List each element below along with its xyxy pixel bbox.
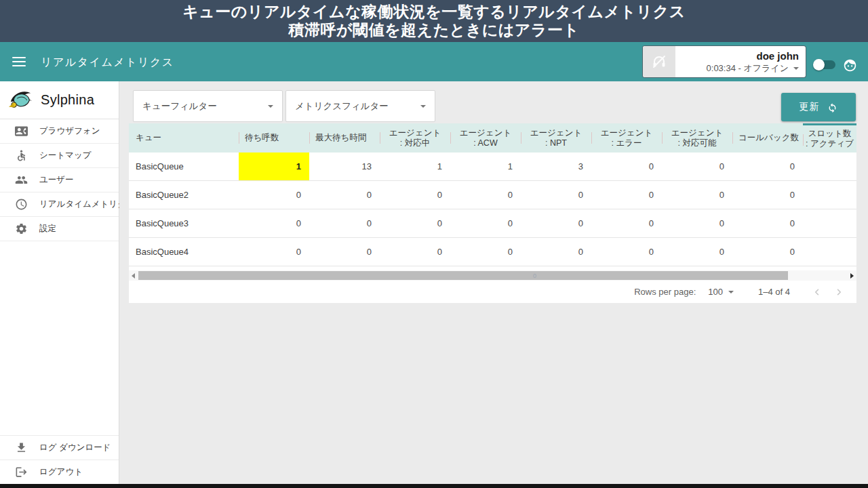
metric-cell: 0: [591, 238, 662, 266]
column-header-slots-active: スロット数: アクティブ: [803, 123, 856, 152]
column-header-agent-busy: エージェント: 対応中: [380, 123, 450, 152]
user-status-dropdown[interactable]: 0:03:34 - オフライン: [675, 62, 799, 74]
column-header-agent-acw: エージェント: ACW: [450, 123, 521, 152]
metric-cell: 0: [450, 181, 521, 209]
sidebar-bottom: ログ ダウンロード ログアウト: [0, 435, 119, 484]
user-status-box[interactable]: doe john 0:03:34 - オフライン: [643, 46, 806, 77]
queue-name-cell: BasicQueue4: [129, 238, 239, 266]
metric-cell: 0: [239, 238, 309, 266]
column-header-waiting-calls: 待ち呼数: [239, 123, 309, 152]
scroll-left-arrow-icon[interactable]: [129, 270, 138, 281]
app-bar: リアルタイムメトリクス doe john 0:03:34 - オフライン: [0, 42, 868, 81]
metric-cell: 3: [521, 152, 591, 180]
metric-cell: 0: [732, 152, 803, 180]
queue-name-cell: BasicQueue: [129, 152, 239, 180]
user-status-text: 0:03:34 - オフライン: [707, 62, 789, 74]
user-name: doe john: [675, 49, 799, 62]
metric-cell: 0: [239, 209, 309, 237]
metric-cell: 13: [309, 152, 380, 180]
headset-off-icon: [643, 46, 675, 77]
contact-phone-icon: [15, 125, 28, 138]
face-icon[interactable]: [843, 58, 857, 73]
sidebar-item-label: ログ ダウンロード: [39, 442, 111, 453]
logo-text: Sylphina: [41, 92, 94, 108]
horizontal-scrollbar[interactable]: [129, 270, 856, 281]
metric-cell: 0: [662, 209, 732, 237]
sidebar-item-seat-map[interactable]: シートマップ: [0, 144, 119, 168]
column-header-agent-npt: エージェント: NPT: [521, 123, 591, 152]
realtime-metrics-page: キューのリアルタイムな稼働状況を一覧するリアルタイムメトリクス 積滞呼が閾値を超…: [0, 0, 868, 488]
gear-icon: [15, 222, 28, 235]
metric-cell: 0: [309, 238, 380, 266]
sidebar: Sylphina ブラウザフォン シートマップ ユーザー リアルタイムメトリクス…: [0, 81, 119, 484]
metric-cell: 0: [591, 209, 662, 237]
pagination-bar: Rows per page: 100 1–4 of 4: [129, 281, 856, 303]
sidebar-item-label: ログアウト: [39, 466, 83, 478]
queue-name-cell: BasicQueue3: [129, 209, 239, 237]
page-title: リアルタイムメトリクス: [41, 56, 174, 70]
next-page-button[interactable]: [831, 284, 847, 300]
previous-page-button[interactable]: [809, 284, 825, 300]
metric-cell: 0: [309, 181, 380, 209]
metric-cell: 0: [309, 209, 380, 237]
metric-cell: 0: [521, 209, 591, 237]
menu-icon[interactable]: [12, 57, 26, 66]
metric-cell-clipped: [803, 238, 856, 266]
clock-icon: [15, 198, 28, 211]
toggle-knob: [813, 59, 825, 70]
metric-cell-clipped: [803, 209, 856, 237]
metric-cell: 0: [591, 181, 662, 209]
sidebar-item-label: ユーザー: [39, 174, 74, 186]
user-info: doe john 0:03:34 - オフライン: [675, 46, 806, 77]
logout-icon: [15, 466, 28, 479]
queue-filter-select[interactable]: キューフィルター: [133, 90, 283, 122]
bird-logo-icon: [8, 87, 34, 113]
scroll-right-arrow-icon[interactable]: [847, 270, 856, 281]
metric-cell: 0: [380, 181, 450, 209]
download-icon: [15, 441, 28, 454]
metric-cell: 0: [662, 181, 732, 209]
refresh-button-label: 更新: [800, 101, 820, 113]
chevron-down-icon: [793, 67, 799, 70]
metric-cell: 0: [662, 152, 732, 180]
rows-per-page-value: 100: [708, 287, 723, 297]
scroll-artifact-glyph: 0: [533, 272, 536, 279]
scrollbar-thumb[interactable]: [138, 271, 788, 280]
refresh-button[interactable]: 更新: [781, 93, 856, 121]
metric-cell: 0: [662, 238, 732, 266]
metric-cell: 0: [521, 181, 591, 209]
refresh-loop-icon: [827, 102, 838, 113]
metric-cell: 0: [380, 209, 450, 237]
pagination-range: 1–4 of 4: [758, 287, 790, 297]
sidebar-item-users[interactable]: ユーザー: [0, 168, 119, 192]
metric-cell: 0: [380, 238, 450, 266]
metric-cell: 0: [732, 181, 803, 209]
sidebar-item-label: シートマップ: [39, 150, 91, 161]
logo: Sylphina: [0, 81, 119, 119]
chevron-down-icon: [268, 105, 273, 108]
metric-cell: 0: [521, 238, 591, 266]
toggle-switch[interactable]: [814, 60, 835, 69]
sidebar-item-log-download[interactable]: ログ ダウンロード: [0, 435, 119, 460]
main-content: キューフィルター メトリクスフィルター 更新 キュー 待ち呼数 最大待ち時間 エ…: [119, 81, 868, 484]
chevron-down-icon: [420, 105, 426, 108]
sidebar-item-logout[interactable]: ログアウト: [0, 460, 119, 484]
column-header-queue: キュー: [129, 123, 239, 152]
metric-cell-clipped: [803, 152, 856, 180]
sidebar-item-browser-phone[interactable]: ブラウザフォン: [0, 119, 119, 144]
metrics-filter-select[interactable]: メトリクスフィルター: [285, 90, 435, 122]
metrics-table: キュー 待ち呼数 最大待ち時間 エージェント: 対応中 エージェント: ACW …: [129, 123, 856, 303]
sidebar-item-settings[interactable]: 設定: [0, 217, 119, 241]
seat-map-icon: [15, 149, 28, 162]
info-banner: キューのリアルタイムな稼働状況を一覧するリアルタイムメトリクス 積滞呼が閾値を超…: [0, 0, 868, 42]
rows-per-page-select[interactable]: 100: [708, 287, 734, 297]
metric-cell: 0: [450, 209, 521, 237]
banner-line-1: キューのリアルタイムな稼働状況を一覧するリアルタイムメトリクス: [182, 3, 685, 21]
metric-cell: 0: [732, 238, 803, 266]
column-header-max-wait: 最大待ち時間: [309, 123, 380, 152]
queue-name-cell: BasicQueue2: [129, 181, 239, 209]
bottom-edge-strip: [0, 484, 868, 488]
sidebar-item-realtime-metrics[interactable]: リアルタイムメトリクス: [0, 192, 119, 217]
sidebar-item-label: 設定: [39, 223, 56, 235]
table-row: BasicQueue3 0 0 0 0 0 0 0 0: [129, 209, 856, 238]
